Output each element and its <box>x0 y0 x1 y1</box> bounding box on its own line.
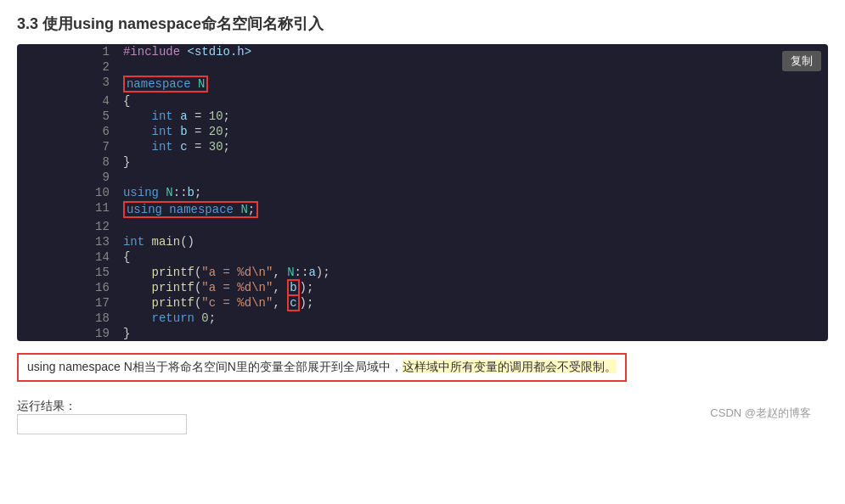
note-box: using namespace N相当于将命名空间N里的变量全部展开到全局域中，… <box>17 353 627 382</box>
table-row: 12 <box>17 219 828 234</box>
table-row: 7 int c = 30; <box>17 139 828 154</box>
line-number: 15 <box>17 265 120 280</box>
line-code: #include <stdio.h> <box>120 44 828 59</box>
line-code: } <box>120 326 828 341</box>
copy-button[interactable]: 复制 <box>782 51 821 71</box>
line-code: printf("c = %d\n", c); <box>120 295 828 311</box>
page-container: 3.3 使用using namespace命名空间名称引入 复制 1 #incl… <box>0 0 845 448</box>
line-code: int main() <box>120 234 828 249</box>
bottom-section: using namespace N相当于将命名空间N里的变量全部展开到全局域中，… <box>17 353 828 434</box>
run-result-label: 运行结果： <box>17 399 76 412</box>
run-result-box <box>17 414 187 434</box>
table-row: 18 return 0; <box>17 311 828 326</box>
b-highlight: b <box>287 279 299 296</box>
line-code: using namespace N; <box>120 200 828 219</box>
note-text2: 这样域中所有变量的调用都会不受限制。 <box>403 360 617 373</box>
line-number: 18 <box>17 311 120 326</box>
table-row: 1 #include <stdio.h> <box>17 44 828 59</box>
line-number: 1 <box>17 44 120 59</box>
line-code <box>120 59 828 75</box>
table-row: 19 } <box>17 326 828 341</box>
table-row: 9 <box>17 170 828 185</box>
line-number: 8 <box>17 154 120 170</box>
line-code: { <box>120 249 828 265</box>
table-row: 15 printf("a = %d\n", N::a); <box>17 265 828 280</box>
line-code: { <box>120 93 828 109</box>
note-text1: using namespace N相当于将命名空间N里的变量全部展开到全局域中， <box>27 360 403 373</box>
line-number: 3 <box>17 75 120 93</box>
line-number: 19 <box>17 326 120 341</box>
table-row: 10 using N::b; <box>17 185 828 200</box>
line-code: } <box>120 154 828 170</box>
line-number: 9 <box>17 170 120 185</box>
line-code: namespace N <box>120 75 828 93</box>
c-highlight: c <box>287 294 299 311</box>
line-number: 17 <box>17 295 120 311</box>
line-number: 10 <box>17 185 120 200</box>
line-number: 16 <box>17 280 120 295</box>
line-code: printf("a = %d\n", N::a); <box>120 265 828 280</box>
table-row: 6 int b = 20; <box>17 124 828 139</box>
namespace-box: namespace N <box>123 76 208 92</box>
table-row: 4 { <box>17 93 828 109</box>
table-row: 14 { <box>17 249 828 265</box>
line-number: 2 <box>17 59 120 75</box>
line-number: 7 <box>17 139 120 154</box>
line-number: 13 <box>17 234 120 249</box>
table-row: 11 using namespace N; <box>17 200 828 219</box>
line-number: 14 <box>17 249 120 265</box>
footer-note: CSDN @老赵的博客 <box>710 406 811 421</box>
table-row: 16 printf("a = %d\n", b); <box>17 280 828 295</box>
line-number: 11 <box>17 200 120 219</box>
table-row: 17 printf("c = %d\n", c); <box>17 295 828 311</box>
line-number: 6 <box>17 124 120 139</box>
using-namespace-box: using namespace N; <box>123 201 258 218</box>
line-code: int a = 10; <box>120 109 828 124</box>
table-row: 3 namespace N <box>17 75 828 93</box>
line-code: int b = 20; <box>120 124 828 139</box>
table-row: 8 } <box>17 154 828 170</box>
line-number: 5 <box>17 109 120 124</box>
table-row: 2 <box>17 59 828 75</box>
table-row: 5 int a = 10; <box>17 109 828 124</box>
line-code <box>120 170 828 185</box>
line-number: 12 <box>17 219 120 234</box>
line-code: int c = 30; <box>120 139 828 154</box>
code-table: 1 #include <stdio.h> 2 3 namespace N 4 { <box>17 44 828 341</box>
code-block: 复制 1 #include <stdio.h> 2 3 namespace N <box>17 44 828 341</box>
line-code: return 0; <box>120 311 828 326</box>
line-code <box>120 219 828 234</box>
table-row: 13 int main() <box>17 234 828 249</box>
section-title: 3.3 使用using namespace命名空间名称引入 <box>17 14 828 34</box>
line-number: 4 <box>17 93 120 109</box>
line-code: using N::b; <box>120 185 828 200</box>
line-code: printf("a = %d\n", b); <box>120 280 828 295</box>
